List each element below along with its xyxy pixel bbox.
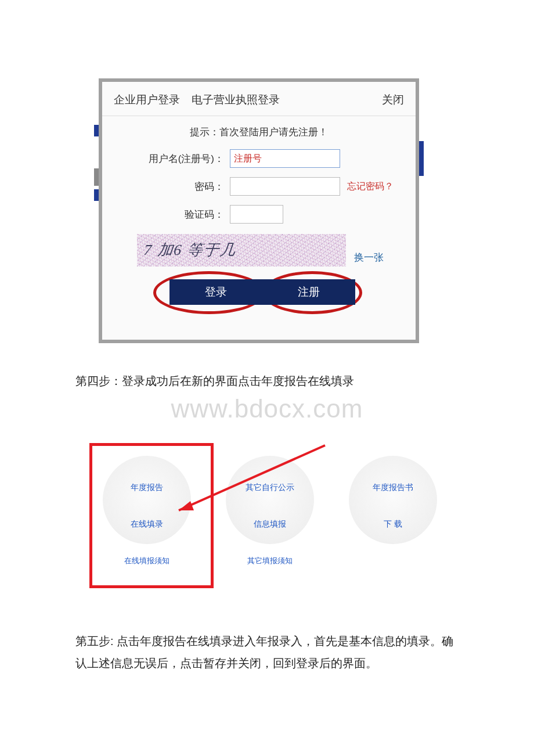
first-login-hint: 提示：首次登陆用户请先注册！ [102,116,416,145]
password-input[interactable] [230,177,340,196]
captcha-image: 7 加6 等于几 [137,234,346,267]
option1-line1: 年度报告 [131,481,163,494]
decorative-right-strip [419,141,424,176]
watermark-container: www.bdocx.com [0,394,534,424]
option-self-publish-info[interactable]: 其它自行公示 信息填报 其它填报须知 [215,456,325,566]
username-label: 用户名(注册号)： [102,152,230,165]
option-report-download[interactable]: 年度报告书 下 载 [338,456,448,544]
option-annual-report-online[interactable]: 年度报告 在线填录 在线填报须知 [92,456,202,566]
login-modal: 企业用户登录 电子营业执照登录 关闭 提示：首次登陆用户请先注册！ 用户名(注册… [99,78,419,343]
tab-enterprise-user[interactable]: 企业用户登录 [114,92,180,107]
step4-text: 第四步：登录成功后在新的界面点击年度报告在线填录 [0,370,534,392]
option1-line2: 在线填录 [131,518,163,530]
password-label: 密码： [102,180,230,193]
tab-digital-license[interactable]: 电子营业执照登录 [192,92,280,107]
option2-line2: 信息填报 [246,518,294,530]
option3-line2: 下 载 [373,518,413,530]
login-button[interactable]: 登录 [169,279,262,305]
login-tabs: 企业用户登录 电子营业执照登录 关闭 [102,82,416,116]
decorative-left-strip [94,125,99,200]
captcha-input[interactable] [230,205,283,224]
captcha-question-text: 7 加6 等于几 [143,240,237,260]
step5-text: 第五步: 点击年度报告在线填录进入年报录入，首先是基本信息的填录。确认上述信息无… [0,630,534,674]
register-button[interactable]: 注册 [262,279,355,305]
option3-line1: 年度报告书 [373,481,413,494]
watermark-text: www.bdocx.com [171,394,363,423]
forgot-password-link[interactable]: 忘记密码？ [347,181,394,193]
captcha-label: 验证码： [102,208,230,221]
close-link[interactable]: 关闭 [382,92,404,107]
option2-line1: 其它自行公示 [246,481,294,494]
option2-sublink[interactable]: 其它填报须知 [215,556,325,566]
username-input[interactable] [230,149,340,168]
option1-sublink[interactable]: 在线填报须知 [92,556,202,566]
captcha-refresh-link[interactable]: 换一张 [354,251,384,267]
options-panel: 年度报告 在线填录 在线填报须知 其它自行公示 信息填报 [92,445,448,579]
